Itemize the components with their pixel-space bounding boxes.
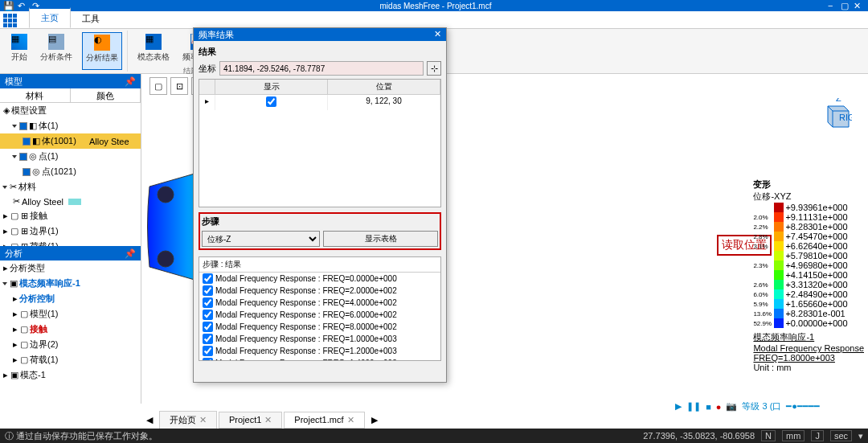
ribbon-modal-table[interactable]: ▦模态表格 xyxy=(134,32,173,64)
tree-point-item[interactable]: ◎ 点(1021) xyxy=(0,164,141,179)
result-table[interactable]: 显示位置 ▸9, 122, 30 xyxy=(199,79,441,207)
dialog-title: 频率结果 xyxy=(199,29,234,40)
step-list[interactable]: 步骤 : 结果 Modal Frequency Response : FREQ=… xyxy=(199,256,441,361)
legend-item: 2.0%+9.11131e+000 xyxy=(753,212,864,222)
status-unit-mm[interactable]: mm xyxy=(782,430,805,441)
tab-tools[interactable]: 工具 xyxy=(71,10,111,28)
row-show-checkbox[interactable] xyxy=(266,96,276,107)
tab-close-icon[interactable]: ✕ xyxy=(347,415,354,425)
step-item[interactable]: Modal Frequency Response : FREQ=1.4000e+… xyxy=(199,357,440,361)
tab-main[interactable]: 主页 xyxy=(29,7,71,28)
legend-item: 5.9%+1.65660e+000 xyxy=(753,299,864,309)
undo-icon[interactable]: ↶ xyxy=(18,1,29,10)
status-menu-icon[interactable]: ▾ xyxy=(858,431,863,441)
status-info-icon: ⓘ xyxy=(5,431,14,441)
panel-pin-icon[interactable]: 📌 xyxy=(125,76,136,87)
tree-analysis-type[interactable]: ▸ 分析类型 xyxy=(0,260,141,276)
bottom-tabs: ◀ 开始页✕ Project1✕ Project1.mcf✕ ▶ xyxy=(141,411,383,429)
tree-analysis-ctrl[interactable]: ▸ 分析控制 xyxy=(0,291,141,306)
statusbar: ⓘ 通过自动保存功能已保存工作对象。 27.7396, -35.0823, -8… xyxy=(0,429,868,443)
minimize-icon[interactable]: − xyxy=(828,1,839,10)
vt-select-icon[interactable]: ▢ xyxy=(149,77,167,95)
legend-item: 2.8%+7.45470e+000 xyxy=(753,232,864,241)
dialog-close-icon[interactable]: ✕ xyxy=(434,29,441,40)
tree-point[interactable]: ◎ 点(1) xyxy=(0,149,141,164)
tab-next-icon[interactable]: ▶ xyxy=(366,415,383,425)
freq-result-dialog: 频率结果✕ 结果 坐标 ⊹ 显示位置 ▸9, 122, 30 步骤 位移-Z 显… xyxy=(193,27,447,383)
play-icon[interactable]: ▶ xyxy=(675,401,682,412)
vt-box-icon[interactable]: ⊡ xyxy=(170,77,188,95)
tree-mat-item[interactable]: ✂ Alloy Steel xyxy=(0,195,141,208)
step-item[interactable]: Modal Frequency Response : FREQ=1.2000e+… xyxy=(199,345,440,357)
stop-icon[interactable]: ■ xyxy=(706,402,711,412)
status-coords: 27.7396, -35.0823, -80.6958 xyxy=(643,431,755,441)
step-select[interactable]: 位移-Z xyxy=(202,231,320,247)
tree-load[interactable]: ▸ ▢ ⊞ 荷载(1) xyxy=(0,239,141,246)
tree-load-node[interactable]: ▸ ▢ 荷载(1) xyxy=(0,352,141,367)
legend-item: 2.6%+3.31320e+000 xyxy=(753,280,864,289)
tab-close-icon[interactable]: ✕ xyxy=(199,415,207,425)
maximize-icon[interactable]: ▢ xyxy=(841,1,852,10)
ribbon-analysis-result[interactable]: ◐分析结果 xyxy=(82,32,122,70)
step-item[interactable]: Modal Frequency Response : FREQ=1.0000e+… xyxy=(199,333,440,345)
close-icon[interactable]: ✕ xyxy=(854,1,865,10)
tab-project1[interactable]: Project1✕ xyxy=(219,412,282,429)
status-unit-sec[interactable]: sec xyxy=(830,430,852,441)
legend-item: 6.0%+2.48490e+000 xyxy=(753,289,864,299)
tree-body-item[interactable]: ◧ 体(1001) Alloy Stee xyxy=(0,133,141,149)
legend-item: +4.14150e+000 xyxy=(753,270,864,280)
slider-icon[interactable]: ━●━━━━ xyxy=(786,401,820,412)
tab-material[interactable]: 材料 xyxy=(0,88,71,102)
tree-boundary-node[interactable]: ▸ ▢ 边界(2) xyxy=(0,337,141,352)
step-item[interactable]: Modal Frequency Response : FREQ=2.0000e+… xyxy=(199,285,440,297)
ribbon-tabs: 主页 工具 xyxy=(0,11,868,29)
tab-color[interactable]: 颜色 xyxy=(71,88,141,102)
legend: 变形 位移-XYZ +9.93961e+0002.0%+9.11131e+000… xyxy=(753,178,864,372)
tree-boundary[interactable]: ▸ ▢ ⊞ 边界(1) xyxy=(0,224,141,239)
tree-contact-node[interactable]: ▸ ▢ 接触 xyxy=(0,322,141,337)
svg-text:RIGHT: RIGHT xyxy=(839,113,852,122)
titlebar: 💾 ↶ ↷ midas MeshFree - Project1.mcf − ▢ … xyxy=(0,0,868,11)
left-panel: 模型📌 材料颜色 ◈ 模型设置 ◧ 体(1) ◧ 体(1001) Alloy S… xyxy=(0,74,141,404)
pause-icon[interactable]: ❚❚ xyxy=(686,401,701,412)
tree-material[interactable]: ✂ 材料 xyxy=(0,179,141,195)
model-panel-header: 模型📌 xyxy=(0,74,141,88)
svg-text:Z: Z xyxy=(836,98,841,103)
svg-point-1 xyxy=(158,251,174,267)
camera-icon[interactable]: 📷 xyxy=(726,401,737,412)
legend-item: +5.79810e+000 xyxy=(753,251,864,260)
tab-prev-icon[interactable]: ◀ xyxy=(141,415,158,425)
legend-item: 2.2%+8.28301e+000 xyxy=(753,222,864,232)
ribbon-analysis-cond[interactable]: ▤分析条件 xyxy=(37,32,76,70)
app-title: midas MeshFree - Project1.mcf xyxy=(43,2,828,10)
svg-point-0 xyxy=(158,187,174,203)
axis-cube[interactable]: Z RIGHT xyxy=(820,98,852,130)
step-item[interactable]: Modal Frequency Response : FREQ=6.0000e+… xyxy=(199,309,440,321)
analysis-panel-header: 分析📌 xyxy=(0,246,141,260)
tree-model-settings[interactable]: ◈ 模型设置 xyxy=(0,103,141,118)
status-unit-j[interactable]: J xyxy=(811,430,824,441)
legend-item: 2.3%+4.96980e+000 xyxy=(753,260,864,270)
tree-body[interactable]: ◧ 体(1) xyxy=(0,118,141,133)
coord-input[interactable] xyxy=(219,61,424,76)
tab-project1-mcf[interactable]: Project1.mcf✕ xyxy=(284,412,364,429)
tree-contact[interactable]: ▸ ▢ ⊞ 接触 xyxy=(0,208,141,224)
coord-pick-icon[interactable]: ⊹ xyxy=(427,61,441,76)
save-icon[interactable]: 💾 xyxy=(3,1,14,10)
record-icon[interactable]: ● xyxy=(716,402,722,412)
playback-controls: ▶ ❚❚ ■ ● 📷 等级 3 (口 ━●━━━━ xyxy=(675,400,820,412)
tree-modal[interactable]: ▸ ▣ 模态-1 xyxy=(0,367,141,383)
step-item[interactable]: Modal Frequency Response : FREQ=0.0000e+… xyxy=(199,273,440,285)
tab-close-icon[interactable]: ✕ xyxy=(264,415,272,425)
step-item[interactable]: Modal Frequency Response : FREQ=4.0000e+… xyxy=(199,297,440,309)
show-table-button[interactable]: 显示表格 xyxy=(323,231,438,247)
legend-item: +9.93961e+000 xyxy=(753,203,864,212)
panel-pin-icon[interactable]: 📌 xyxy=(125,248,136,259)
tree-model-node[interactable]: ▸ ▢ 模型(1) xyxy=(0,306,141,322)
tab-start-page[interactable]: 开始页✕ xyxy=(159,411,217,429)
app-icon[interactable] xyxy=(3,12,23,28)
status-unit-n[interactable]: N xyxy=(761,430,776,441)
ribbon-start[interactable]: ▦开始 xyxy=(8,32,31,70)
step-item[interactable]: Modal Frequency Response : FREQ=8.0000e+… xyxy=(199,321,440,333)
tree-modal-freq[interactable]: ▣ 模态频率响应-1 xyxy=(0,276,141,291)
